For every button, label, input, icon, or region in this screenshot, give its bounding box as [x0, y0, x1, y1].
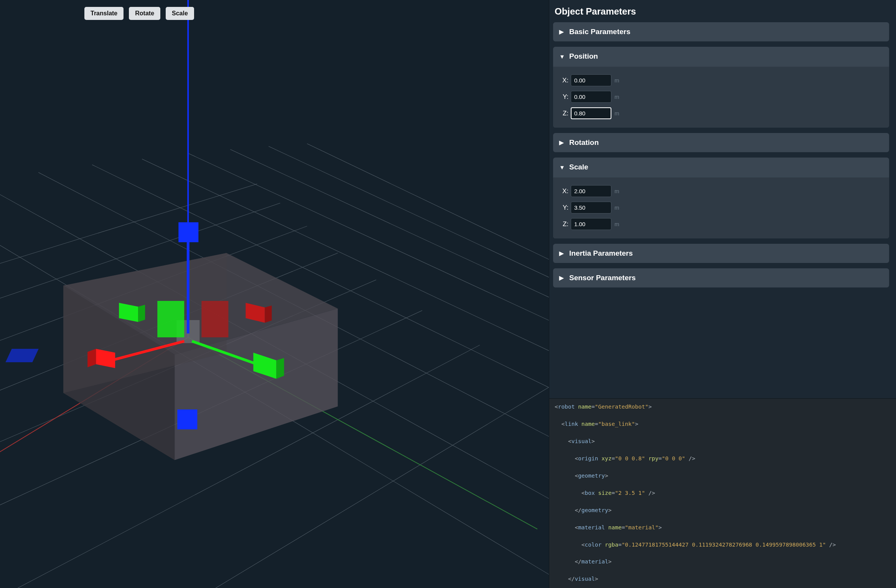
position-x-input[interactable]	[571, 74, 611, 86]
code-output-panel[interactable]: <robot name="GeneratedRobot"> <link name…	[549, 398, 896, 588]
position-x-row: X: m	[559, 74, 883, 86]
section-position: ▼ Position X: m Y: m Z:	[553, 47, 889, 128]
chevron-down-icon: ▼	[559, 164, 565, 171]
unit-label: m	[614, 221, 619, 227]
position-z-label: Z:	[559, 110, 568, 117]
section-header-position[interactable]: ▼ Position	[553, 47, 889, 66]
svg-rect-40	[5, 349, 38, 362]
svg-rect-26	[178, 222, 198, 242]
section-sensor: ▶ Sensor Parameters	[553, 268, 889, 287]
section-label: Basic Parameters	[569, 28, 631, 36]
unit-label: m	[614, 188, 619, 194]
section-label: Scale	[569, 163, 588, 171]
scale-x-input[interactable]	[571, 185, 611, 197]
svg-marker-37	[265, 305, 272, 323]
svg-marker-32	[277, 358, 284, 379]
position-z-input[interactable]	[571, 107, 611, 119]
section-label: Position	[569, 52, 598, 61]
section-label: Inertia Parameters	[569, 249, 633, 258]
scale-button[interactable]: Scale	[166, 7, 194, 20]
chevron-down-icon: ▼	[559, 53, 565, 60]
chevron-right-icon: ▶	[559, 274, 565, 281]
unit-label: m	[614, 77, 619, 84]
scale-y-input[interactable]	[571, 202, 611, 214]
scale-z-input[interactable]	[571, 218, 611, 230]
parameter-panel[interactable]: Object Parameters ▶ Basic Parameters ▼ P…	[549, 0, 896, 398]
unit-label: m	[614, 110, 619, 117]
section-basic: ▶ Basic Parameters	[553, 22, 889, 41]
section-label: Rotation	[569, 138, 599, 147]
section-inertia: ▶ Inertia Parameters	[553, 244, 889, 263]
chevron-right-icon: ▶	[559, 139, 565, 146]
section-label: Sensor Parameters	[569, 274, 636, 282]
scale-y-row: Y: m	[559, 202, 883, 214]
svg-rect-38	[157, 301, 184, 337]
position-y-label: Y:	[559, 93, 568, 101]
rotate-button[interactable]: Rotate	[129, 7, 160, 20]
transform-toolbar: Translate Rotate Scale	[84, 7, 194, 20]
svg-rect-39	[201, 301, 228, 337]
right-column: Object Parameters ▶ Basic Parameters ▼ P…	[549, 0, 896, 588]
svg-marker-35	[138, 305, 145, 322]
position-x-label: X:	[559, 77, 568, 84]
panel-title: Object Parameters	[555, 6, 888, 17]
svg-rect-33	[177, 409, 197, 429]
scale-z-label: Z:	[559, 220, 568, 228]
position-z-row: Z: m	[559, 107, 883, 119]
chevron-right-icon: ▶	[559, 28, 565, 35]
scale-x-label: X:	[559, 187, 568, 195]
unit-label: m	[614, 94, 619, 100]
scale-z-row: Z: m	[559, 218, 883, 230]
svg-marker-29	[87, 349, 96, 367]
unit-label: m	[614, 204, 619, 211]
section-body-scale: X: m Y: m Z: m	[553, 177, 889, 238]
section-header-basic[interactable]: ▶ Basic Parameters	[553, 22, 889, 41]
section-scale: ▼ Scale X: m Y: m Z:	[553, 158, 889, 238]
position-y-row: Y: m	[559, 91, 883, 103]
scale-y-label: Y:	[559, 204, 568, 212]
section-header-rotation[interactable]: ▶ Rotation	[553, 133, 889, 152]
section-header-scale[interactable]: ▼ Scale	[553, 158, 889, 177]
section-body-position: X: m Y: m Z: m	[553, 67, 889, 128]
app-root: Translate Rotate Scale	[0, 0, 896, 588]
viewport-3d[interactable]: Translate Rotate Scale	[0, 0, 549, 588]
viewport-svg	[0, 0, 549, 588]
translate-button[interactable]: Translate	[84, 7, 124, 20]
scale-x-row: X: m	[559, 185, 883, 197]
section-header-sensor[interactable]: ▶ Sensor Parameters	[553, 268, 889, 287]
chevron-right-icon: ▶	[559, 250, 565, 257]
section-header-inertia[interactable]: ▶ Inertia Parameters	[553, 244, 889, 263]
section-rotation: ▶ Rotation	[553, 133, 889, 152]
position-y-input[interactable]	[571, 91, 611, 103]
